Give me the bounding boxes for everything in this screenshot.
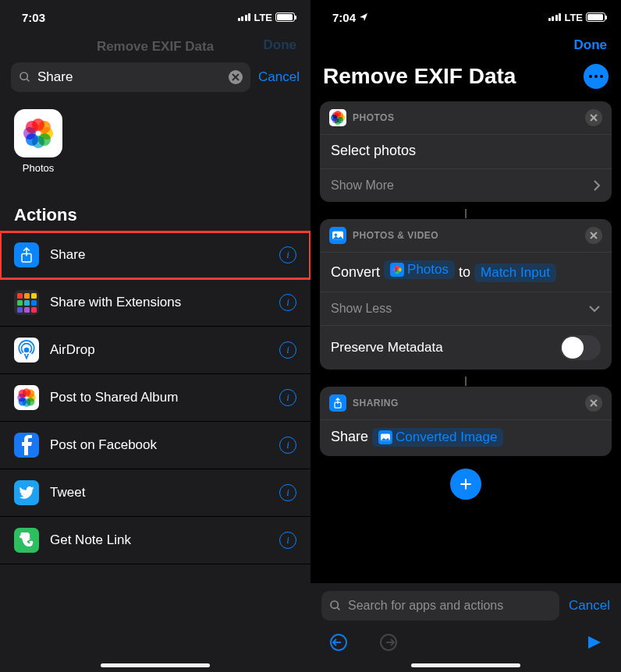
cellular-signal-icon xyxy=(548,13,562,21)
preserve-metadata-row: Preserve Metadata xyxy=(320,325,612,370)
card-body: Select photos xyxy=(320,135,612,168)
show-less-label: Show Less xyxy=(331,302,392,316)
location-icon xyxy=(359,12,368,22)
action-tweet[interactable]: Tweet i xyxy=(0,469,310,517)
chevron-right-icon xyxy=(593,179,601,192)
card-category: SHARING xyxy=(353,398,579,409)
app-label: Photos xyxy=(14,162,62,174)
search-row: Cancel xyxy=(0,56,310,100)
info-button[interactable]: i xyxy=(279,532,296,549)
title-row: Remove EXIF Data xyxy=(310,59,621,101)
photos-app-icon xyxy=(14,109,62,157)
dimmed-background-header: Remove EXIF Data Done xyxy=(0,34,310,56)
actions-section-title: Actions xyxy=(0,193,310,232)
info-button[interactable]: i xyxy=(279,389,296,406)
extensions-grid-icon xyxy=(14,290,39,315)
photos-icon xyxy=(14,385,39,410)
app-result-photos[interactable]: Photos xyxy=(0,100,310,193)
status-bar: 7:03 LTE xyxy=(0,0,310,34)
shortcut-title: Remove EXIF Data xyxy=(323,64,516,89)
search-placeholder: Search for apps and actions xyxy=(348,599,503,613)
svg-point-0 xyxy=(20,73,27,80)
search-input[interactable] xyxy=(37,69,222,85)
card-body: Convert Photos to Match Input xyxy=(320,253,612,292)
photos-variable-token[interactable]: Photos xyxy=(384,260,455,279)
action-airdrop[interactable]: AirDrop i xyxy=(0,327,310,374)
airdrop-icon xyxy=(14,338,39,363)
remove-action-button[interactable] xyxy=(585,109,602,126)
flow-connector xyxy=(310,208,621,219)
action-label: Post to Shared Album xyxy=(50,390,268,405)
twitter-icon xyxy=(14,480,39,505)
card-body: Share Converted Image xyxy=(320,420,612,456)
flow-connector xyxy=(310,376,621,387)
home-indicator[interactable] xyxy=(411,663,520,667)
battery-icon xyxy=(586,12,605,22)
cancel-button[interactable]: Cancel xyxy=(569,598,610,614)
preserve-metadata-toggle[interactable] xyxy=(560,335,601,360)
action-label: Share xyxy=(50,247,268,263)
remove-action-button[interactable] xyxy=(585,227,602,244)
action-card-select-photos: PHOTOS Select photos Show More xyxy=(320,101,612,202)
nav-bar: Done xyxy=(310,34,621,59)
more-options-button[interactable] xyxy=(584,64,609,89)
search-icon xyxy=(19,71,31,83)
action-label: Post on Facebook xyxy=(50,437,268,453)
remove-action-button[interactable] xyxy=(585,394,602,412)
card-category: PHOTOS & VIDEO xyxy=(353,230,579,241)
evernote-icon xyxy=(14,528,39,553)
action-evernote[interactable]: Get Note Link i xyxy=(0,517,310,564)
bottom-search-field[interactable]: Search for apps and actions xyxy=(321,591,559,621)
action-card-share: SHARING Share Converted Image xyxy=(320,387,612,456)
svg-point-5 xyxy=(25,348,29,352)
screen-actions-search: 7:03 LTE Remove EXIF Data Done Cancel xyxy=(0,0,310,672)
info-button[interactable]: i xyxy=(279,484,296,501)
network-label: LTE xyxy=(564,12,583,23)
action-facebook[interactable]: Post on Facebook i xyxy=(0,422,310,469)
search-field[interactable] xyxy=(11,62,250,92)
convert-label: Convert xyxy=(331,264,380,280)
info-button[interactable]: i xyxy=(279,246,296,263)
screen-shortcut-editor: 7:04 LTE Done Remove EXIF Data xyxy=(310,0,621,672)
token-label: Match Input xyxy=(481,265,550,281)
token-label: Photos xyxy=(407,262,449,278)
share-icon xyxy=(14,242,39,267)
photos-video-mini-icon xyxy=(329,227,346,244)
info-button[interactable]: i xyxy=(279,294,296,311)
action-label: Tweet xyxy=(50,485,268,500)
clear-search-button[interactable] xyxy=(229,70,243,84)
undo-button[interactable] xyxy=(329,633,348,652)
battery-icon xyxy=(275,12,295,22)
run-shortcut-button[interactable] xyxy=(584,633,602,652)
match-input-token[interactable]: Match Input xyxy=(474,263,556,282)
show-more-button[interactable]: Show More xyxy=(320,168,612,202)
status-bar: 7:04 LTE xyxy=(310,0,621,34)
dim-done-button: Done xyxy=(264,37,297,53)
search-icon xyxy=(329,599,342,612)
info-button[interactable]: i xyxy=(279,437,296,454)
action-label: AirDrop xyxy=(50,342,268,358)
home-indicator[interactable] xyxy=(101,663,210,667)
done-button[interactable]: Done xyxy=(574,37,608,52)
svg-point-18 xyxy=(331,601,338,608)
action-shared-album[interactable]: Post to Shared Album i xyxy=(0,374,310,422)
photos-token-icon xyxy=(390,263,404,277)
status-time: 7:04 xyxy=(332,11,356,24)
info-button[interactable]: i xyxy=(279,341,296,359)
add-action-button[interactable] xyxy=(450,469,481,500)
cellular-signal-icon xyxy=(238,13,251,21)
converted-image-token[interactable]: Converted Image xyxy=(372,428,503,447)
token-label: Converted Image xyxy=(396,430,497,445)
action-label: Share with Extensions xyxy=(50,295,268,310)
to-label: to xyxy=(459,264,470,280)
photos-mini-icon xyxy=(329,109,346,126)
bottom-panel: Search for apps and actions Cancel xyxy=(310,583,621,672)
svg-line-19 xyxy=(337,607,339,610)
cancel-button[interactable]: Cancel xyxy=(258,69,300,85)
action-share[interactable]: Share i xyxy=(0,232,310,279)
show-less-button[interactable]: Show Less xyxy=(320,292,612,325)
action-share-extensions[interactable]: Share with Extensions i xyxy=(0,279,310,327)
redo-button[interactable] xyxy=(379,633,398,652)
image-token-icon xyxy=(378,430,392,444)
svg-line-1 xyxy=(27,79,29,81)
